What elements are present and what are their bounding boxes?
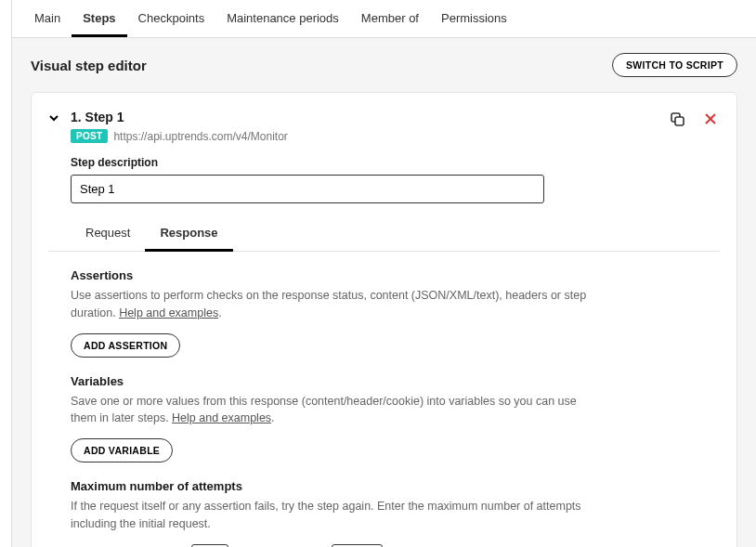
assertions-title: Assertions [71, 268, 720, 282]
collapse-icon[interactable] [48, 112, 61, 126]
step-header-left: 1. Step 1 POST https://api.uptrends.com/… [48, 110, 288, 143]
duplicate-icon[interactable] [668, 110, 686, 128]
step-url-row: POST https://api.uptrends.com/v4/Monitor [71, 129, 288, 143]
step-card: 1. Step 1 POST https://api.uptrends.com/… [31, 92, 737, 547]
editor-header: Visual step editor SWITCH TO SCRIPT [12, 38, 756, 92]
editor-title: Visual step editor [31, 58, 147, 73]
editor-section: Visual step editor SWITCH TO SCRIPT 1. S… [12, 38, 756, 547]
variables-title: Variables [71, 374, 720, 388]
attempts-row: Try a maximum of times in total, with ms… [71, 544, 720, 548]
tab-main[interactable]: Main [23, 0, 72, 37]
subtab-response[interactable]: Response [145, 216, 232, 252]
add-variable-button[interactable]: ADD VARIABLE [71, 438, 173, 462]
add-assertion-button[interactable]: ADD ASSERTION [71, 333, 180, 358]
subtab-request[interactable]: Request [71, 216, 145, 252]
tab-permissions[interactable]: Permissions [430, 0, 518, 37]
step-description-label: Step description [71, 156, 720, 169]
assertions-desc: Use assertions to perform checks on the … [71, 287, 591, 322]
tab-steps[interactable]: Steps [72, 0, 126, 37]
delete-icon[interactable] [701, 110, 720, 128]
step-title: 1. Step 1 [71, 110, 288, 124]
step-header: 1. Step 1 POST https://api.uptrends.com/… [48, 110, 720, 143]
attempts-times-input[interactable] [191, 544, 228, 548]
assertions-block: Assertions Use assertions to perform che… [71, 268, 720, 358]
svg-rect-1 [675, 117, 684, 125]
variables-desc: Save one or more values from this respon… [71, 393, 591, 428]
attempts-title: Maximum number of attempts [71, 479, 720, 493]
step-info: 1. Step 1 POST https://api.uptrends.com/… [71, 110, 288, 143]
variables-help-link[interactable]: Help and examples [172, 411, 271, 424]
attempts-ms-input[interactable] [332, 544, 383, 548]
step-actions [668, 110, 720, 128]
attempts-block: Maximum number of attempts If the reques… [71, 479, 720, 547]
method-badge: POST [71, 129, 108, 143]
step-url: https://api.uptrends.com/v4/Monitor [113, 130, 287, 143]
attempts-desc: If the request itself or any assertion f… [71, 498, 591, 533]
step-description-input[interactable] [71, 175, 544, 203]
sub-tabs: Request Response [48, 216, 720, 252]
tab-member-of[interactable]: Member of [350, 0, 430, 37]
assertions-help-link[interactable]: Help and examples [119, 306, 218, 319]
variables-block: Variables Save one or more values from t… [71, 374, 720, 463]
tab-checkpoints[interactable]: Checkpoints [127, 0, 216, 37]
page-container: Main Steps Checkpoints Maintenance perio… [11, 0, 756, 547]
nav-tabs: Main Steps Checkpoints Maintenance perio… [12, 0, 756, 38]
switch-to-script-button[interactable]: SWITCH TO SCRIPT [612, 53, 737, 77]
step-description-field: Step description [71, 156, 720, 203]
tab-maintenance[interactable]: Maintenance periods [215, 0, 350, 37]
